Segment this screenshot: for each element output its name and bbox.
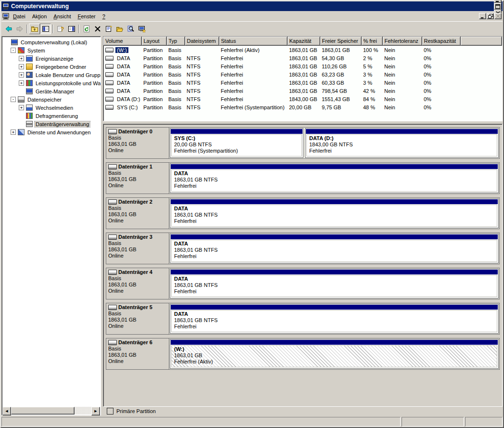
volume-row[interactable]: DATA Partition Basis NTFS Fehlerfrei 186… xyxy=(103,87,502,95)
tree-item[interactable]: + Leistungsprotokolle und Warnungen xyxy=(3,79,101,87)
delete-button[interactable] xyxy=(92,24,103,34)
partition-data-d[interactable]: DATA (D:)1843,00 GB NTFSFehlerfrei xyxy=(305,128,499,158)
tree-item[interactable]: Geräte-Manager xyxy=(3,87,101,95)
tree-expander-icon[interactable]: + xyxy=(19,80,24,86)
partition-data[interactable]: DATA1863,01 GB NTFSFehlerfrei xyxy=(170,304,499,334)
partition-data[interactable]: DATA1863,01 GB NTFSFehlerfrei xyxy=(170,269,499,298)
properties-button[interactable] xyxy=(103,24,114,34)
tree-item-label[interactable]: Lokale Benutzer und Gruppen xyxy=(35,72,101,78)
menu-item[interactable]: Datei xyxy=(10,13,29,20)
volume-row[interactable]: DATA Partition Basis NTFS Fehlerfrei 186… xyxy=(103,70,502,78)
tree-item[interactable]: + Ereignisanzeige xyxy=(3,54,101,63)
find-button[interactable] xyxy=(125,24,136,34)
disk-header-2[interactable]: Datenträger 2 Basis 1863,01 GB Online xyxy=(106,198,169,229)
tree-item-label[interactable]: System xyxy=(26,48,46,53)
tree-item-label[interactable]: Defragmentierung xyxy=(35,113,79,119)
child-minimize-button[interactable] xyxy=(479,13,486,19)
tree-item[interactable]: Defragmentierung xyxy=(3,112,101,120)
show-tree-button[interactable] xyxy=(40,24,51,34)
column-header-kapazitaet[interactable]: Kapazität xyxy=(287,37,320,46)
forward-button[interactable] xyxy=(14,24,25,34)
column-header-prozent-frei[interactable]: % frei xyxy=(361,37,382,46)
volume-name[interactable]: DATA xyxy=(115,55,132,61)
tree-expander-icon[interactable] xyxy=(19,121,24,127)
tree-expander-icon[interactable] xyxy=(19,89,24,94)
tree-expander-icon[interactable]: + xyxy=(19,64,24,69)
volume-name[interactable]: DATA xyxy=(115,72,132,78)
disk-header-0[interactable]: Datenträger 0 Basis 1863,01 GB Online xyxy=(106,128,169,158)
tree-item[interactable]: + Freigegebene Ordner xyxy=(3,63,101,71)
volume-name[interactable]: SYS (C:) xyxy=(115,104,139,110)
child-restore-button[interactable] xyxy=(487,13,494,19)
tree-horizontal-scrollbar[interactable]: ◀ ▶ xyxy=(2,407,100,415)
volume-row[interactable]: DATA Partition Basis NTFS Fehlerfrei 186… xyxy=(103,78,502,87)
tree-expander-icon[interactable]: + xyxy=(19,56,24,61)
tree-item-label[interactable]: Wechselmedien xyxy=(35,105,74,111)
tree-expander-icon[interactable] xyxy=(4,39,9,45)
tree-item-label[interactable]: Freigegebene Ordner xyxy=(35,64,87,70)
volume-row[interactable]: (W:) Partition Basis Fehlerfrei (Aktiv) … xyxy=(103,46,502,54)
tree-item-label[interactable]: Leistungsprotokolle und Warnungen xyxy=(35,80,101,86)
tree-expander-icon[interactable] xyxy=(19,113,24,118)
tree-item-label[interactable]: Dienste und Anwendungen xyxy=(26,130,92,135)
column-header-dateisystem[interactable]: Dateisystem xyxy=(185,37,219,46)
tree-item[interactable]: Datenträgerverwaltung xyxy=(3,120,101,128)
volume-row[interactable]: DATA Partition Basis NTFS Fehlerfrei 186… xyxy=(103,54,502,62)
tree-item-label[interactable]: Computerverwaltung (Lokal) xyxy=(20,39,88,45)
refresh-button[interactable] xyxy=(81,24,92,34)
volume-row[interactable]: DATA (D:) Partition Basis NTFS Fehlerfre… xyxy=(103,95,502,103)
partition-data[interactable]: DATA1863,01 GB NTFSFehlerfrei xyxy=(170,233,499,263)
maximize-button[interactable] xyxy=(494,3,502,10)
volume-name[interactable]: DATA xyxy=(115,64,132,69)
help-button[interactable]: ? xyxy=(55,24,66,34)
detail-pane-button[interactable] xyxy=(66,24,77,34)
volume-row[interactable]: SYS (C:) Partition Basis NTFS Fehlerfrei… xyxy=(103,103,502,111)
partition-w-selected[interactable]: (W:)1863,01 GBFehlerfrei (Aktiv) xyxy=(170,339,499,369)
disk-header-6[interactable]: Datenträger 6 Basis 1863,01 GB Online xyxy=(106,338,169,369)
partition-data[interactable]: DATA1863,01 GB NTFSFehlerfrei xyxy=(170,198,499,228)
menu-item[interactable]: ? xyxy=(99,13,109,20)
tree-item[interactable]: + Wechselmedien xyxy=(3,104,101,112)
tree-expander-icon[interactable]: + xyxy=(19,72,24,78)
column-header-restkapazitaet[interactable]: Restkapazität xyxy=(422,37,460,46)
column-header-layout[interactable]: Layout xyxy=(141,37,166,46)
disk-header-4[interactable]: Datenträger 4 Basis 1863,01 GB Online xyxy=(106,268,169,299)
column-header-fehlertoleranz[interactable]: Fehlertoleranz xyxy=(382,37,422,46)
column-header-freier-speicher[interactable]: Freier Speicher xyxy=(320,37,361,46)
disk-header-3[interactable]: Datenträger 3 Basis 1863,01 GB Online xyxy=(106,233,169,264)
tree-item[interactable]: - System xyxy=(3,46,101,54)
tree-expander-icon[interactable]: + xyxy=(19,105,24,110)
partition-data[interactable]: DATA1863,01 GB NTFSFehlerfrei xyxy=(170,163,499,193)
volume-row[interactable]: DATA Partition Basis NTFS Fehlerfrei 186… xyxy=(103,62,502,70)
tree-expander-icon[interactable]: + xyxy=(11,130,16,135)
column-header-volume[interactable]: Volume xyxy=(103,37,141,46)
tree-item[interactable]: Computerverwaltung (Lokal) xyxy=(3,38,101,46)
tree-item-label[interactable]: Geräte-Manager xyxy=(35,89,76,94)
column-header-status[interactable]: Status xyxy=(219,37,287,46)
tree-item-label[interactable]: Datenspeicher xyxy=(26,97,63,103)
child-close-button[interactable] xyxy=(494,13,502,19)
tree-expander-icon[interactable]: - xyxy=(11,48,16,53)
volume-name[interactable]: DATA xyxy=(115,88,132,94)
volume-name[interactable]: (W:) xyxy=(115,47,128,53)
volume-name[interactable]: DATA xyxy=(115,80,132,86)
scroll-left-button[interactable]: ◀ xyxy=(2,407,11,415)
tree-item[interactable]: + Dienste und Anwendungen xyxy=(3,128,101,136)
scrollbar-track[interactable] xyxy=(11,407,91,415)
disk-header-5[interactable]: Datenträger 5 Basis 1863,01 GB Online xyxy=(106,303,169,334)
tree-expander-icon[interactable]: - xyxy=(11,97,16,102)
menu-item[interactable]: Ansicht xyxy=(50,13,74,20)
disk-header-1[interactable]: Datenträger 1 Basis 1863,01 GB Online xyxy=(106,163,169,194)
title-bar[interactable]: Computerverwaltung xyxy=(1,1,503,11)
back-button[interactable] xyxy=(3,24,14,34)
scrollbar-thumb[interactable] xyxy=(11,407,75,415)
manage-button[interactable] xyxy=(136,24,147,34)
volume-name[interactable]: DATA (D:) xyxy=(115,96,141,102)
open-button[interactable] xyxy=(114,24,125,34)
partition-sys-c[interactable]: SYS (C:)20,00 GB NTFSFehlerfrei (Systemp… xyxy=(170,128,303,158)
column-header-typ[interactable]: Typ xyxy=(166,37,185,46)
tree-item-label[interactable]: Datenträgerverwaltung xyxy=(35,121,90,127)
tree-item[interactable]: - Datenspeicher xyxy=(3,95,101,104)
tree-item[interactable]: + Lokale Benutzer und Gruppen xyxy=(3,71,101,79)
menu-item[interactable]: Aktion xyxy=(29,13,50,20)
